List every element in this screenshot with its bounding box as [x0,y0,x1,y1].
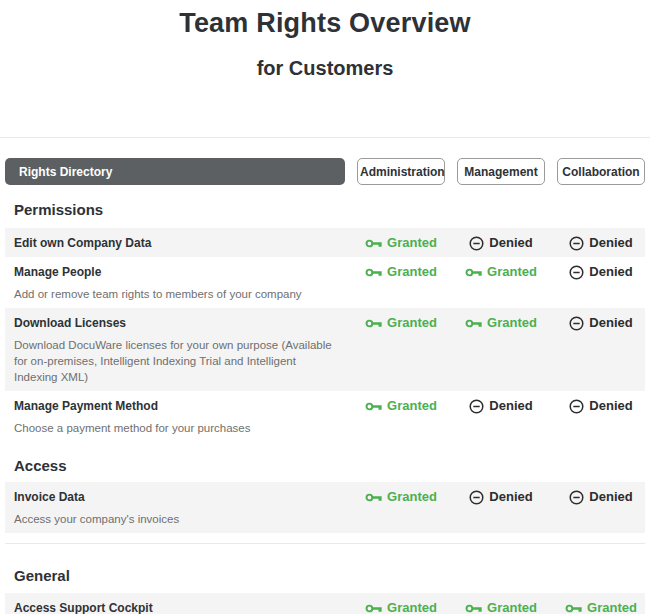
row-label: Invoice Data [5,489,345,505]
section-access: Access Invoice Data Access your company'… [0,457,650,533]
status-collaboration: Denied [557,315,645,331]
key-icon [365,237,382,250]
status-label: Granted [387,264,437,280]
status-administration: Granted [357,489,445,505]
status-administration: Granted [357,264,445,280]
status-collaboration: Denied [557,489,645,505]
key-icon [365,602,382,614]
rights-directory-header-bar: Rights Directory [5,158,345,185]
status-label: Granted [487,264,537,280]
column-button-administration[interactable]: Administration [357,158,445,185]
row-description: Add or remove team rights to members of … [5,286,336,302]
status-management: Granted [457,600,545,614]
page-subtitle: for Customers [0,57,650,80]
status-label: Granted [387,398,437,414]
row-label: Edit own Company Data [5,235,345,251]
table-row: Edit own Company Data Granted Denied Den… [5,228,645,257]
key-icon [465,602,482,614]
status-label: Granted [387,235,437,251]
status-label: Granted [487,315,537,331]
status-management: Granted [457,264,545,280]
rights-directory-label: Rights Directory [19,165,112,179]
table-row: Access Support Cockpit Granted Granted G… [5,593,645,614]
status-label: Granted [487,600,537,614]
status-label: Denied [489,235,532,251]
minus-circle-icon [569,316,584,331]
status-label: Granted [387,489,437,505]
status-label: Granted [587,600,637,614]
row-description: Access your company's invoices [5,511,336,527]
status-label: Denied [489,489,532,505]
row-label: Manage People [5,264,345,280]
key-icon [365,491,382,504]
status-label: Denied [589,315,632,331]
section-title-permissions: Permissions [14,201,645,218]
minus-circle-icon [569,399,584,414]
status-label: Denied [589,398,632,414]
section-divider [5,543,645,544]
status-label: Denied [589,489,632,505]
table-row: Invoice Data Access your company's invoi… [5,482,645,533]
row-label: Manage Payment Method [5,398,345,414]
status-collaboration: Granted [557,600,645,614]
table-row: Manage People Add or remove team rights … [5,257,645,308]
section-general: General Access Support Cockpit Granted G… [0,567,650,614]
row-label: Access Support Cockpit [5,600,345,614]
row-description: Download DocuWare licenses for your own … [5,337,336,385]
status-administration: Granted [357,398,445,414]
status-label: Denied [489,398,532,414]
key-icon [365,266,382,279]
minus-circle-icon [469,490,484,505]
column-button-collaboration[interactable]: Collaboration [557,158,645,185]
top-divider [0,137,650,138]
status-management: Granted [457,315,545,331]
minus-circle-icon [569,490,584,505]
status-management: Denied [457,489,545,505]
status-collaboration: Denied [557,398,645,414]
key-icon [365,317,382,330]
minus-circle-icon [469,236,484,251]
status-administration: Granted [357,600,445,614]
key-icon [465,317,482,330]
key-icon [465,266,482,279]
status-administration: Granted [357,315,445,331]
status-label: Granted [387,600,437,614]
table-row: Download Licenses Download DocuWare lice… [5,308,645,391]
section-title-access: Access [14,457,645,474]
status-label: Granted [387,315,437,331]
section-title-general: General [14,567,645,584]
table-row: Manage Payment Method Choose a payment m… [5,391,645,442]
minus-circle-icon [569,236,584,251]
section-permissions: Permissions Edit own Company Data Grante… [0,201,650,442]
column-button-management[interactable]: Management [457,158,545,185]
status-collaboration: Denied [557,264,645,280]
minus-circle-icon [469,399,484,414]
key-icon [365,400,382,413]
minus-circle-icon [569,265,584,280]
row-label: Download Licenses [5,315,345,331]
status-administration: Granted [357,235,445,251]
row-description: Choose a payment method for your purchas… [5,420,336,436]
page-header: Team Rights Overview for Customers [0,0,650,80]
status-management: Denied [457,235,545,251]
status-collaboration: Denied [557,235,645,251]
toolbar: Rights Directory Administration Manageme… [5,158,645,185]
status-label: Denied [589,264,632,280]
status-label: Denied [589,235,632,251]
status-management: Denied [457,398,545,414]
page-title: Team Rights Overview [0,8,650,39]
key-icon [565,602,582,614]
